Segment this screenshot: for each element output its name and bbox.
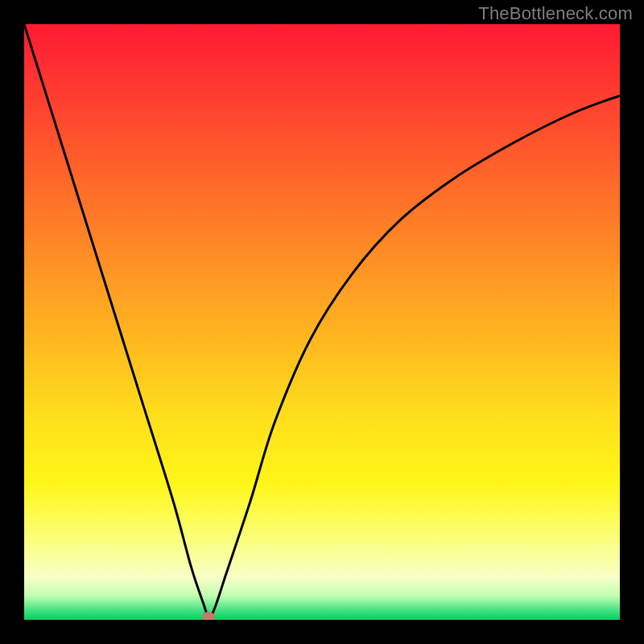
- bottleneck-curve: [24, 24, 620, 620]
- chart-frame: TheBottleneck.com: [0, 0, 644, 644]
- watermark-text: TheBottleneck.com: [478, 3, 633, 24]
- plot-area: [24, 24, 620, 620]
- minimum-marker: [202, 612, 215, 620]
- curve-path: [24, 24, 620, 617]
